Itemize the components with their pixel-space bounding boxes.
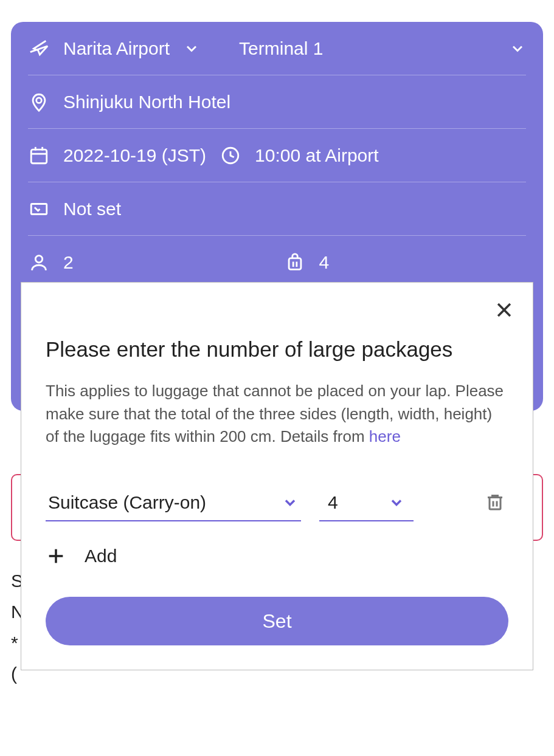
add-luggage-button[interactable]: Add — [46, 546, 508, 566]
luggage-count: 4 — [319, 252, 330, 273]
svg-rect-8 — [289, 258, 301, 269]
flight-row[interactable]: Not set — [28, 182, 526, 236]
svg-rect-1 — [31, 149, 47, 163]
luggage-count-field[interactable]: 4 — [284, 252, 527, 273]
airport-row[interactable]: Narita Airport Terminal 1 — [28, 22, 526, 75]
luggage-qty-value: 4 — [328, 492, 338, 513]
plus-icon — [46, 546, 66, 566]
svg-point-0 — [36, 97, 42, 103]
airport-label: Narita Airport — [63, 38, 170, 59]
date-label: 2022-10-19 (JST) — [63, 145, 206, 166]
calendar-icon — [28, 145, 50, 167]
terminal-label: Terminal 1 — [239, 38, 323, 59]
add-label: Add — [85, 546, 117, 566]
destination-label: Shinjuku North Hotel — [63, 92, 230, 112]
luggage-modal: Please enter the number of large package… — [21, 282, 533, 670]
luggage-item-row: Suitcase (Carry-on) 4 — [46, 485, 508, 521]
modal-title: Please enter the number of large package… — [46, 337, 508, 362]
time-label: 10:00 at Airport — [255, 145, 378, 166]
modal-description: This applies to luggage that cannot be p… — [46, 380, 508, 448]
modal-desc-text: This applies to luggage that cannot be p… — [46, 382, 504, 445]
destination-row[interactable]: Shinjuku North Hotel — [28, 75, 526, 129]
luggage-qty-select[interactable]: 4 — [319, 485, 414, 521]
svg-rect-13 — [490, 498, 500, 510]
luggage-type-select[interactable]: Suitcase (Carry-on) — [46, 485, 301, 521]
passenger-count-field[interactable]: 2 — [28, 252, 271, 273]
ticket-icon — [28, 198, 50, 220]
chevron-down-icon — [282, 494, 299, 511]
chevron-down-icon — [388, 494, 405, 511]
counts-row: 2 4 — [28, 236, 526, 289]
luggage-type-value: Suitcase (Carry-on) — [48, 492, 206, 513]
chevron-down-icon — [183, 40, 200, 57]
close-button[interactable] — [494, 300, 514, 320]
clock-icon — [220, 145, 241, 167]
flight-label: Not set — [63, 199, 121, 219]
details-link[interactable]: here — [369, 427, 401, 445]
svg-point-7 — [35, 256, 42, 263]
set-button[interactable]: Set — [46, 597, 508, 645]
chevron-down-icon[interactable] — [509, 40, 526, 57]
location-pin-icon — [28, 91, 50, 113]
delete-button[interactable] — [484, 491, 508, 515]
person-icon — [28, 252, 50, 273]
airplane-icon — [28, 38, 50, 60]
datetime-row[interactable]: 2022-10-19 (JST) 10:00 at Airport — [28, 129, 526, 182]
luggage-icon — [284, 252, 306, 273]
passenger-count: 2 — [63, 252, 74, 273]
